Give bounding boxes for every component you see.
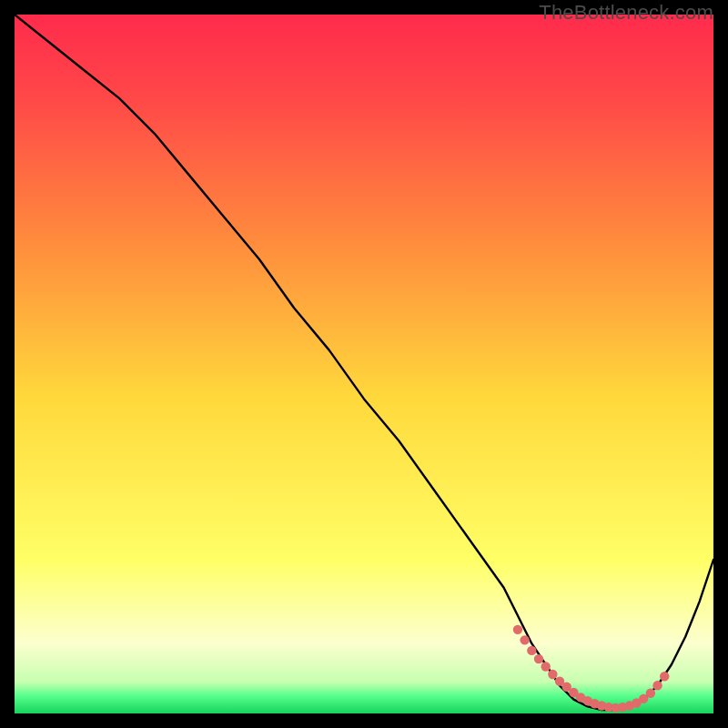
sweet-spot-dot [646, 689, 655, 698]
sweet-spot-dot [541, 662, 550, 671]
sweet-spot-dot [652, 681, 662, 690]
gradient-background [15, 15, 713, 713]
sweet-spot-dot [548, 670, 557, 679]
watermark-text: TheBottleneck.com [539, 1, 713, 25]
chart-frame: { "watermark": "TheBottleneck.com", "col… [0, 0, 728, 728]
sweet-spot-dot [520, 635, 529, 644]
sweet-spot-dot [660, 672, 669, 681]
sweet-spot-dot [527, 646, 536, 655]
sweet-spot-dot [534, 654, 543, 663]
sweet-spot-dot [513, 625, 522, 634]
plot-area [15, 15, 713, 713]
